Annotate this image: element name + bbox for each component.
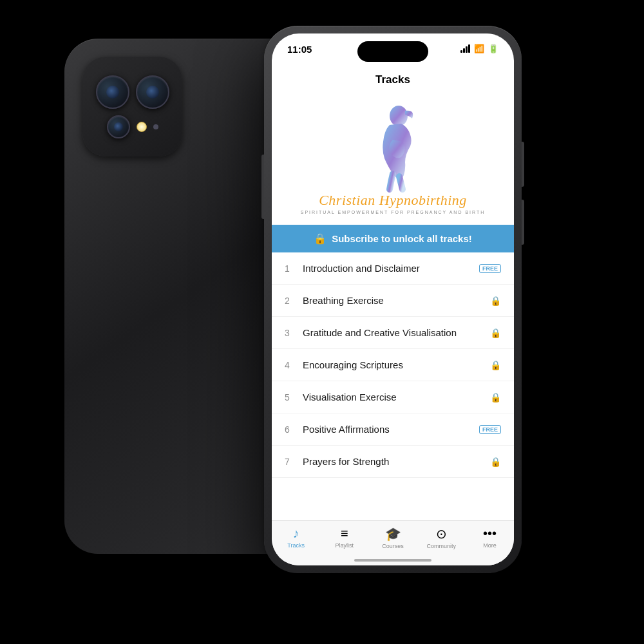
track-name-6: Prayers for Strength xyxy=(303,456,488,467)
logo-area: Christian Hypnobirthing SPIRITUAL EMPOWE… xyxy=(272,91,514,225)
wifi-icon: 📶 xyxy=(474,44,484,53)
app-content: Christian Hypnobirthing SPIRITUAL EMPOWE… xyxy=(272,91,514,520)
track-badge-5: FREE xyxy=(479,425,501,434)
logo-brand-name: Christian Hypnobirthing xyxy=(319,192,467,209)
camera-lens-main xyxy=(96,75,129,109)
camera-lens-secondary xyxy=(136,75,169,109)
track-list: 1Introduction and DisclaimerFREE2Breathi… xyxy=(272,252,514,478)
scene: 11:05 📶 🔋 Tracks xyxy=(0,0,644,644)
tab-icon-playlist: ≡ xyxy=(341,526,348,541)
camera-dot xyxy=(153,124,158,129)
camera-flash xyxy=(137,122,147,132)
track-item-4[interactable]: 5Visualisation Exercise🔒 xyxy=(272,381,514,413)
track-name-2: Gratitude and Creative Visualisation xyxy=(303,327,488,338)
tab-label-playlist: Playlist xyxy=(336,542,354,549)
logo-image xyxy=(357,104,428,188)
tab-icon-more: ••• xyxy=(483,526,497,541)
track-item-2[interactable]: 3Gratitude and Creative Visualisation🔒 xyxy=(272,317,514,349)
track-item-3[interactable]: 4Encouraging Scriptures🔒 xyxy=(272,349,514,381)
camera-lens-third xyxy=(107,115,130,138)
track-name-4: Visualisation Exercise xyxy=(303,392,488,402)
tab-item-tracks[interactable]: ♪Tracks xyxy=(272,526,320,549)
track-number-1: 2 xyxy=(285,296,295,306)
track-item-1[interactable]: 2Breathing Exercise🔒 xyxy=(272,285,514,317)
track-number-2: 3 xyxy=(285,328,295,338)
tab-label-courses: Courses xyxy=(382,543,404,549)
status-time: 11:05 xyxy=(287,44,312,55)
svg-point-0 xyxy=(390,106,408,126)
track-number-5: 6 xyxy=(285,424,295,435)
track-lock-icon-2: 🔒 xyxy=(490,328,501,338)
track-badge-0: FREE xyxy=(479,264,501,273)
tab-label-tracks: Tracks xyxy=(287,542,305,549)
track-number-6: 7 xyxy=(285,457,295,467)
side-button-right-2[interactable] xyxy=(522,200,524,245)
track-lock-icon-6: 🔒 xyxy=(490,457,501,467)
side-button-volume[interactable] xyxy=(261,155,264,219)
side-button-power[interactable] xyxy=(522,142,524,187)
subscribe-text: Subscribe to unlock all tracks! xyxy=(332,233,472,244)
tab-item-courses[interactable]: 🎓Courses xyxy=(368,526,417,549)
track-name-0: Introduction and Disclaimer xyxy=(303,263,475,274)
tab-item-playlist[interactable]: ≡Playlist xyxy=(320,526,368,549)
track-item-6[interactable]: 7Prayers for Strength🔒 xyxy=(272,446,514,478)
battery-icon: 🔋 xyxy=(488,44,498,53)
tab-item-more[interactable]: •••More xyxy=(466,526,514,549)
camera-module xyxy=(82,57,182,156)
track-item-5[interactable]: 6Positive AffirmationsFREE xyxy=(272,413,514,446)
tab-icon-tracks: ♪ xyxy=(293,526,299,541)
signal-icon xyxy=(460,44,470,53)
track-name-3: Encouraging Scriptures xyxy=(303,359,488,370)
track-number-0: 1 xyxy=(285,263,295,274)
track-lock-icon-3: 🔒 xyxy=(490,360,501,370)
dynamic-island xyxy=(357,41,428,62)
tab-item-community[interactable]: ⊙Community xyxy=(417,526,466,549)
status-icons: 📶 🔋 xyxy=(460,44,498,53)
nav-title: Tracks xyxy=(272,68,514,92)
phone-front: 11:05 📶 🔋 Tracks xyxy=(264,26,522,573)
track-name-5: Positive Affirmations xyxy=(303,424,475,435)
track-lock-icon-4: 🔒 xyxy=(490,392,501,402)
track-item-0[interactable]: 1Introduction and DisclaimerFREE xyxy=(272,252,514,285)
track-lock-icon-1: 🔒 xyxy=(490,296,501,306)
logo-tagline: SPIRITUAL EMPOWERMENT FOR PREGNANCY AND … xyxy=(301,210,486,214)
subscribe-banner[interactable]: 🔒 Subscribe to unlock all tracks! xyxy=(272,225,514,252)
track-number-3: 4 xyxy=(285,360,295,370)
track-number-4: 5 xyxy=(285,392,295,402)
tab-label-community: Community xyxy=(426,543,456,549)
tab-label-more: More xyxy=(483,542,497,549)
home-indicator xyxy=(354,559,431,562)
screen: 11:05 📶 🔋 Tracks xyxy=(272,33,514,565)
subscribe-lock-icon: 🔒 xyxy=(314,232,327,245)
tab-icon-community: ⊙ xyxy=(436,526,447,542)
track-name-1: Breathing Exercise xyxy=(303,295,488,306)
tab-icon-courses: 🎓 xyxy=(385,526,401,542)
